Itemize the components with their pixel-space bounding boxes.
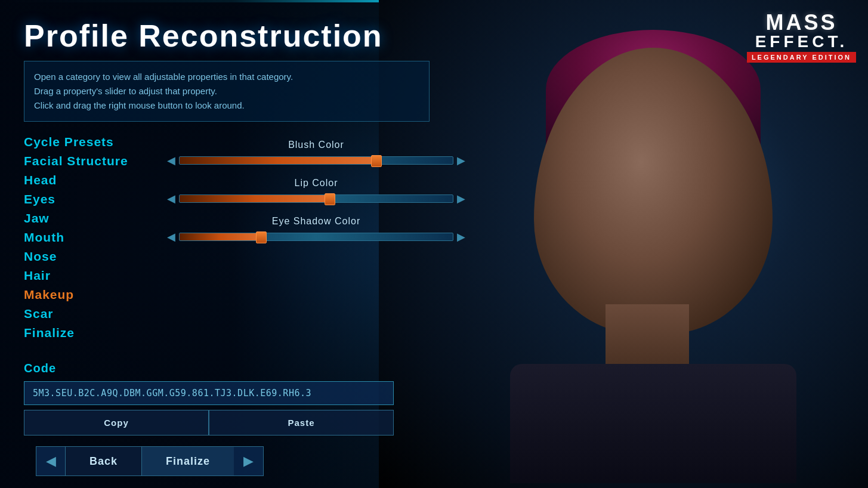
blush-color-label: Blush Color (167, 140, 465, 150)
nav-item-hair[interactable]: Hair (24, 268, 131, 283)
paste-button[interactable]: Paste (209, 410, 394, 436)
nav-item-jaw[interactable]: Jaw (24, 211, 131, 226)
bottom-nav: ◀ Back Finalize ▶ (36, 446, 264, 476)
nav-item-cycle-presets[interactable]: Cycle Presets (24, 135, 131, 149)
blush-color-arrow-left[interactable]: ◀ (167, 154, 175, 167)
copy-button[interactable]: Copy (24, 410, 209, 436)
instruction-line-2: Drag a property's slider to adjust that … (34, 84, 419, 98)
blush-color-group: Blush Color ◀ ▶ (167, 140, 465, 167)
code-label: Code (24, 362, 465, 375)
nav-arrow-right[interactable]: ▶ (234, 446, 264, 476)
logo-legendary-text: LEGENDARY EDITION (747, 52, 856, 63)
lip-color-arrow-left[interactable]: ◀ (167, 192, 175, 205)
finalize-button[interactable]: Finalize (142, 446, 234, 476)
blush-color-arrow-right[interactable]: ▶ (457, 154, 465, 167)
blush-color-slider-wrapper: ◀ ▶ (167, 154, 465, 167)
blush-color-slider-thumb[interactable] (371, 155, 382, 167)
lip-color-slider-fill (180, 195, 330, 202)
lip-color-slider-thumb[interactable] (325, 193, 335, 205)
code-input[interactable] (24, 381, 394, 405)
eye-shadow-color-slider-fill (180, 233, 261, 240)
nav-item-makeup[interactable]: Makeup (24, 288, 131, 302)
nav-arrow-left[interactable]: ◀ (36, 446, 66, 476)
nav-item-mouth[interactable]: Mouth (24, 230, 131, 245)
instructions-text: Open a category to view all adjustable p… (34, 70, 419, 113)
instructions-box: Open a category to view all adjustable p… (24, 61, 430, 122)
nav-list: Cycle Presets Facial Structure Head Eyes… (24, 135, 131, 345)
lip-color-arrow-right[interactable]: ▶ (457, 192, 465, 205)
character-face (486, 30, 832, 471)
mass-effect-logo: MASS EFFECT. LEGENDARY EDITION (747, 12, 856, 63)
page-title: Profile Reconstruction (24, 18, 465, 54)
back-button[interactable]: Back (66, 446, 142, 476)
eye-shadow-color-slider-thumb[interactable] (256, 231, 267, 243)
nav-item-facial-structure[interactable]: Facial Structure (24, 154, 131, 168)
eye-shadow-color-group: Eye Shadow Color ◀ ▶ (167, 216, 465, 243)
ui-panel: Profile Reconstruction Open a category t… (0, 0, 489, 488)
lip-color-slider-wrapper: ◀ ▶ (167, 192, 465, 205)
instruction-line-1: Open a category to view all adjustable p… (34, 70, 419, 84)
nav-item-nose[interactable]: Nose (24, 249, 131, 264)
logo-effect-text: EFFECT. (747, 33, 856, 50)
nav-item-scar[interactable]: Scar (24, 307, 131, 321)
left-content: Cycle Presets Facial Structure Head Eyes… (24, 135, 465, 345)
lip-color-slider-track[interactable] (179, 194, 453, 203)
sliders-panel: Blush Color ◀ ▶ Lip Color ◀ (167, 135, 465, 254)
nav-item-finalize[interactable]: Finalize (24, 326, 131, 340)
lip-color-label: Lip Color (167, 178, 465, 189)
eye-shadow-color-slider-wrapper: ◀ ▶ (167, 230, 465, 243)
nav-item-head[interactable]: Head (24, 173, 131, 187)
eye-shadow-color-slider-track[interactable] (179, 233, 453, 241)
logo-mass-text: MASS (747, 12, 856, 33)
eye-shadow-color-arrow-right[interactable]: ▶ (457, 230, 465, 243)
code-buttons: Copy Paste (24, 410, 394, 436)
instruction-line-3: Click and drag the right mouse button to… (34, 98, 419, 113)
eye-shadow-color-label: Eye Shadow Color (167, 216, 465, 227)
blush-color-slider-track[interactable] (179, 156, 453, 165)
character-body (510, 364, 796, 483)
code-section: Code Copy Paste (24, 362, 465, 436)
blush-color-slider-fill (180, 157, 376, 164)
nav-item-eyes[interactable]: Eyes (24, 192, 131, 206)
eye-shadow-color-arrow-left[interactable]: ◀ (167, 230, 175, 243)
lip-color-group: Lip Color ◀ ▶ (167, 178, 465, 205)
